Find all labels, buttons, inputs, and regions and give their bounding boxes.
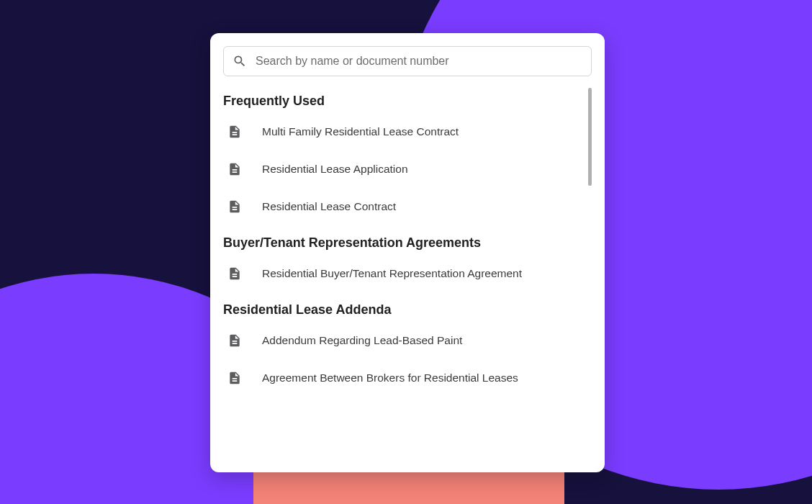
document-label: Addendum Regarding Lead-Based Paint: [262, 334, 462, 347]
document-label: Residential Lease Contract: [262, 200, 396, 213]
document-row[interactable]: Residential Lease Contract: [223, 188, 592, 225]
search-input[interactable]: [256, 55, 582, 68]
document-list: Frequently UsedMulti Family Residential …: [223, 84, 592, 459]
section-header: Buyer/Tenant Representation Agreements: [223, 225, 592, 255]
document-row[interactable]: Agreement Between Brokers for Residentia…: [223, 359, 592, 397]
document-icon: [227, 333, 242, 348]
document-picker-card: Frequently UsedMulti Family Residential …: [210, 33, 605, 472]
document-row[interactable]: Multi Family Residential Lease Contract: [223, 113, 592, 150]
document-icon: [227, 199, 242, 214]
document-label: Multi Family Residential Lease Contract: [262, 125, 459, 138]
document-label: Residential Buyer/Tenant Representation …: [262, 267, 522, 280]
document-row[interactable]: Residential Lease Application: [223, 150, 592, 188]
document-label: Agreement Between Brokers for Residentia…: [262, 372, 518, 384]
section-header: Residential Lease Addenda: [223, 292, 592, 322]
section-header: Frequently Used: [223, 84, 592, 113]
document-row[interactable]: Addendum Regarding Lead-Based Paint: [223, 322, 592, 359]
document-row[interactable]: Residential Buyer/Tenant Representation …: [223, 255, 592, 292]
document-label: Residential Lease Application: [262, 163, 408, 176]
document-icon: [227, 162, 242, 176]
search-icon: [233, 54, 247, 68]
document-icon: [227, 266, 242, 281]
document-icon: [227, 125, 242, 139]
search-field[interactable]: [223, 46, 592, 76]
scrollbar-thumb[interactable]: [588, 88, 592, 186]
document-icon: [227, 371, 242, 385]
